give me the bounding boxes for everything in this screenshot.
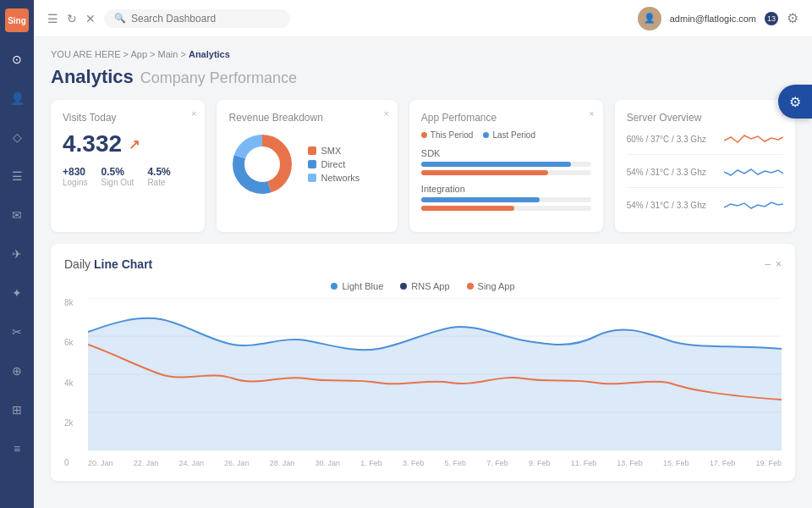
revenue-card: × Revenue Breakdown <box>217 100 397 232</box>
chart-svg <box>88 298 782 450</box>
close-icon[interactable]: ✕ <box>85 12 96 25</box>
app-close-button[interactable]: × <box>589 108 594 119</box>
legend-networks: Networks <box>308 173 359 183</box>
sidebar-item-send[interactable]: ✈ <box>5 242 29 266</box>
app-performance-card: × App Perfomance This Period Last Period… <box>409 100 603 232</box>
integration-bar-bg <box>421 197 591 202</box>
rns-app-dot <box>400 283 407 290</box>
visits-trend-icon: ↗ <box>129 136 140 152</box>
visits-stats: +830 Logins 0.5% Sign Out 4.5% Rate <box>63 166 193 187</box>
menu-icon[interactable]: ☰ <box>47 12 58 25</box>
content-area: YOU ARE HERE > App > Main > Analytics An… <box>34 37 812 508</box>
visits-value: 4.332 ↗ <box>63 130 193 157</box>
sidebar-item-tools[interactable]: ✂ <box>5 320 29 344</box>
integration-bar-bg2 <box>421 206 591 211</box>
server-sparkline-1 <box>724 130 783 147</box>
this-period-legend: This Period <box>421 130 474 140</box>
admin-email: admin@flatlogic.com <box>670 14 756 24</box>
server-item-1: 60% / 37°C / 3.3 Ghz <box>627 130 783 155</box>
signout-stat: 0.5% Sign Out <box>101 166 134 187</box>
legend-rns-app: RNS App <box>400 281 449 291</box>
server-item-3: 54% / 31°C / 3.3 Ghz <box>627 196 783 220</box>
legend-sing-app: Sing App <box>467 281 515 291</box>
server-sparkline-3 <box>724 196 783 213</box>
chart-minimize-button[interactable]: – <box>765 258 771 270</box>
notification-badge[interactable]: 13 <box>765 12 778 25</box>
topbar-right: 👤 admin@flatlogic.com 13 ⚙ <box>638 7 798 30</box>
rate-stat: 4.5% Rate <box>147 166 170 187</box>
visits-close-button[interactable]: × <box>191 108 196 119</box>
sidebar: Sing ⊙ 👤 ◇ ☰ ✉ ✈ ✦ ✂ ⊕ ⊞ ≡ <box>0 0 34 508</box>
server-sparkline-2 <box>724 163 783 180</box>
gear-icon[interactable]: ⚙ <box>787 10 798 26</box>
smx-dot <box>308 146 316 155</box>
light-blue-dot <box>331 283 337 290</box>
app-performance-title: App Perfomance <box>421 112 591 124</box>
server-title: Server Overview <box>627 112 783 124</box>
x-axis-labels: 20. Jan 22. Jan 24. Jan 26. Jan 28. Jan … <box>88 454 782 467</box>
last-period-legend: Last Period <box>483 130 535 140</box>
sidebar-item-analytics[interactable]: ⊕ <box>5 359 29 383</box>
sdk-bar-bg2 <box>421 170 591 175</box>
topbar: ☰ ↻ ✕ 🔍 👤 admin@flatlogic.com 13 ⚙ <box>34 0 812 37</box>
legend-direct: Direct <box>308 159 359 169</box>
chart-controls: – × <box>765 258 782 270</box>
main-wrapper: ☰ ↻ ✕ 🔍 👤 admin@flatlogic.com 13 ⚙ YOU A… <box>34 0 812 508</box>
sidebar-item-list[interactable]: ≡ <box>5 437 29 461</box>
perf-legend: This Period Last Period <box>421 130 591 140</box>
y-axis-labels: 8k 6k 4k 2k 0 <box>64 298 85 467</box>
chart-close-button[interactable]: × <box>776 258 782 270</box>
chart-title: Daily Line Chart <box>64 257 152 271</box>
line-chart-card: Daily Line Chart – × Light Blue RNS App <box>51 244 795 481</box>
search-icon: 🔍 <box>114 13 126 24</box>
search-box[interactable]: 🔍 <box>104 9 290 28</box>
sdk-last-bar <box>421 162 571 167</box>
revenue-content: SMX Direct Networks <box>228 130 385 198</box>
chart-header: Daily Line Chart – × <box>64 257 782 271</box>
chart-legend: Light Blue RNS App Sing App <box>64 281 782 291</box>
revenue-close-button[interactable]: × <box>383 108 388 119</box>
visits-card: × Visits Today 4.332 ↗ +830 Logins 0.5% … <box>51 100 205 232</box>
avatar: 👤 <box>638 7 661 30</box>
integration-perf: Integration <box>421 184 591 211</box>
search-input[interactable] <box>131 13 280 25</box>
page-title: AnalyticsCompany Performance <box>51 66 795 88</box>
breadcrumb: YOU ARE HERE > App > Main > Analytics <box>51 49 795 59</box>
sdk-bar-bg <box>421 162 591 167</box>
last-period-dot <box>483 132 489 138</box>
sdk-perf: SDK <box>421 148 591 175</box>
direct-dot <box>308 160 316 168</box>
sidebar-item-grid[interactable]: ⊞ <box>5 398 29 422</box>
chart-plot <box>88 298 782 450</box>
revenue-legend: SMX Direct Networks <box>308 146 359 183</box>
svg-point-3 <box>247 149 277 179</box>
server-overview-card: × Server Overview 60% / 37°C / 3.3 Ghz 5… <box>615 100 795 232</box>
visits-title: Visits Today <box>63 112 193 124</box>
sidebar-item-star[interactable]: ✦ <box>5 281 29 305</box>
sing-app-dot <box>467 283 474 290</box>
donut-chart <box>228 130 296 198</box>
app-logo[interactable]: Sing <box>5 8 29 32</box>
chart-area: 8k 6k 4k 2k 0 <box>64 298 782 467</box>
sidebar-item-menu[interactable]: ☰ <box>5 164 29 188</box>
refresh-icon[interactable]: ↻ <box>67 12 77 25</box>
sidebar-item-home[interactable]: ⊙ <box>5 47 29 71</box>
fab-button[interactable]: ⚙ <box>778 85 812 119</box>
legend-light-blue: Light Blue <box>331 281 383 291</box>
sdk-this-bar <box>421 170 549 175</box>
revenue-title: Revenue Breakdown <box>228 112 385 124</box>
sidebar-item-user[interactable]: 👤 <box>5 86 29 110</box>
sidebar-item-message[interactable]: ✉ <box>5 203 29 227</box>
networks-dot <box>308 174 316 182</box>
logins-stat: +830 Logins <box>63 166 87 187</box>
legend-smx: SMX <box>308 146 359 156</box>
integration-last-bar <box>421 197 540 202</box>
server-item-2: 54% / 31°C / 3.3 Ghz <box>627 163 783 188</box>
integration-this-bar <box>421 206 514 211</box>
this-period-dot <box>421 132 427 138</box>
breadcrumb-active: Analytics <box>189 49 230 59</box>
sidebar-item-diamond[interactable]: ◇ <box>5 125 29 149</box>
cards-row: × Visits Today 4.332 ↗ +830 Logins 0.5% … <box>51 100 795 232</box>
